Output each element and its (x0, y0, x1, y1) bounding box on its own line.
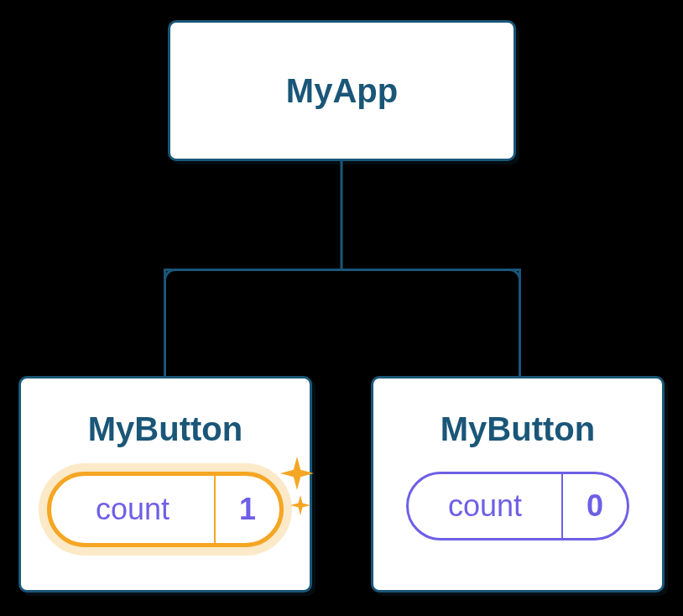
component-tree-diagram: MyApp MyButton count 1 MyButton count 0 (0, 0, 683, 616)
state-pill-wrapper: count 0 (406, 472, 629, 540)
root-component-node: MyApp (168, 20, 516, 161)
tree-connector (164, 269, 521, 271)
component-title: MyButton (441, 410, 595, 448)
child-component-node-right: MyButton count 0 (371, 376, 665, 593)
state-label: count (51, 492, 214, 527)
tree-connector-corner (498, 269, 521, 292)
state-value: 1 (214, 476, 279, 543)
component-title: MyApp (286, 72, 398, 110)
state-label: count (409, 488, 561, 524)
tree-connector-corner (164, 269, 187, 292)
state-value: 0 (561, 474, 627, 538)
state-pill: count 0 (406, 472, 629, 540)
state-pill-highlighted: count 1 (47, 472, 284, 547)
tree-connector (341, 159, 343, 269)
component-title: MyButton (88, 410, 242, 448)
sparkle-icon (280, 457, 314, 490)
sparkle-icon (290, 495, 310, 515)
state-pill-wrapper: count 1 (47, 472, 284, 547)
child-component-node-left: MyButton count 1 (18, 376, 312, 593)
